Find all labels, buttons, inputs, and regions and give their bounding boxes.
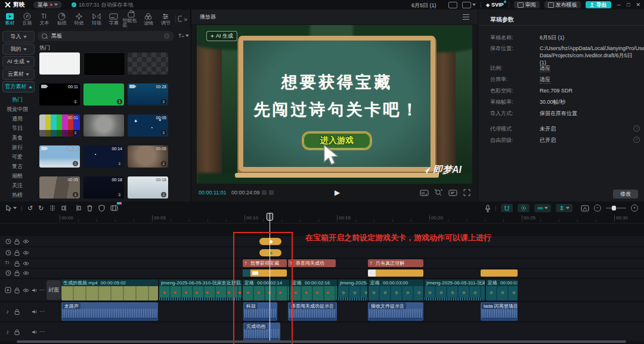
media-thumb-soft-clouds[interactable]: 00:18⇩ [128,176,168,199]
layout-single-icon[interactable] [448,2,457,8]
mute-icon[interactable] [32,309,38,315]
tab-adjust[interactable]: 调节 [157,13,174,26]
eye-icon[interactable] [23,261,29,266]
category-retro[interactable]: 复古 [0,162,35,171]
tab-captions[interactable]: 字幕 [105,13,122,26]
tab-sticker[interactable]: 贴纸 [53,13,70,26]
preview-option-icon[interactable] [262,190,267,195]
category-food[interactable]: 美食 [0,134,35,142]
effect-clip[interactable] [368,269,423,277]
record-mic-icon[interactable] [485,204,491,212]
video-clip[interactable]: jimeng-2025-06-05-311-玩家走进屋 [425,280,485,300]
media-thumb-black-card[interactable] [83,52,125,76]
tab-smart-pack[interactable]: 智能包装 [122,10,140,28]
download-icon[interactable]: ⇩ [161,99,166,104]
main-track-magnet-toggle[interactable] [501,204,513,212]
media-thumb-portrait[interactable] [83,114,124,137]
category-trendy[interactable]: 潮酷 [0,172,35,180]
export-button[interactable]: 导出 [586,1,611,8]
download-icon[interactable]: ⇩ [117,192,122,197]
tab-effects[interactable]: 特效 [70,13,88,26]
playhead-handle[interactable] [267,213,273,221]
split-icon[interactable] [49,204,56,212]
audio-clip[interactable]: tada 闪亮登场音效 [481,302,518,321]
layout-select-button[interactable] [462,2,476,8]
video-clip-freeze[interactable]: 定格00:00:03:00 [369,280,423,300]
media-thumb-night-blue[interactable]: 00:14⇩ [83,145,124,168]
category-hot[interactable]: 热门 [0,95,35,104]
text-clip[interactable]: 只有真正理解 [368,259,423,267]
tab-text[interactable]: TI 文本 [36,13,53,26]
media-thumb-man-face[interactable]: 00:05⇩ [128,145,168,168]
media-thumb-diamond-tunnel[interactable]: 00:11⇩ [39,83,80,106]
linkage-toggle[interactable] [534,204,551,212]
lock-icon[interactable] [14,309,20,315]
player-menu-icon[interactable] [463,14,469,20]
nav-official-material-button[interactable]: 官方素材 [2,81,35,92]
more-icon[interactable]: ⋯ [39,328,45,334]
video-preview[interactable]: 想要获得宝藏 先闯过诗句关卡吧！ 进入游戏 AI 生成 即梦AI [197,25,472,184]
media-thumb-green-screen[interactable]: ⇩ [83,83,124,106]
auto-snap-toggle[interactable] [518,204,530,212]
split-delete-right-icon[interactable] [74,204,81,212]
download-icon[interactable]: ⇩ [117,99,122,104]
fullscreen-icon[interactable] [463,189,470,196]
timeline-ruler[interactable]: 00:00 00:05 00:10 00:15 00:20 00:25 00:3… [0,213,644,224]
freeze-frame-button[interactable] [110,204,118,212]
preview-option-icon[interactable] [269,190,274,195]
slider-knob[interactable] [612,206,616,210]
download-icon[interactable]: ⇩ [161,192,166,197]
category-cute[interactable]: 可爱 [0,153,35,161]
more-icon[interactable]: ⋯ [39,287,45,293]
mask-icon[interactable] [98,204,105,212]
download-icon[interactable]: ⇩ [73,99,78,104]
media-thumb-blue-particles[interactable]: 00:05⇩ [128,114,168,137]
lock-icon[interactable] [14,329,20,335]
select-tool-button[interactable] [5,204,17,212]
delete-icon[interactable] [86,204,93,212]
audio-clip[interactable]: 恭喜闯关成功提示音 [288,302,337,321]
cover-button[interactable]: 封面 [47,280,61,300]
menu-button[interactable]: 菜单 [33,1,62,8]
param-value[interactable]: 适应 [540,64,640,72]
expand-tabs-button[interactable]: » [184,16,187,23]
mute-icon[interactable] [32,287,38,293]
adapt-zoom-icon[interactable] [435,189,442,197]
tab-transitions[interactable]: 转场 [88,13,105,26]
redo-button[interactable]: ↻ [38,204,44,212]
media-thumb-two-men[interactable]: 00:05⇩ [39,176,80,199]
search-box[interactable]: ✕ [37,31,174,41]
zoom-in-button[interactable]: + [631,204,638,212]
eye-icon[interactable] [23,271,29,275]
video-clip[interactable]: jimeng-2025-06-0 [338,280,367,300]
category-general[interactable]: 通用 [0,114,35,123]
split-delete-left-icon[interactable] [61,204,69,212]
help-icon[interactable]: ? [633,125,640,132]
tab-material[interactable]: 素材 [1,13,18,26]
video-clip[interactable]: jimeng-2025-06-05-310-玩家走近蘑菇屋，蘑菇屋的门 [159,280,242,300]
undo-button[interactable]: ↺ [27,204,33,212]
media-thumb-color-bars[interactable]: 00:01⇩ [39,114,80,137]
timeline-view-icon[interactable] [581,205,589,212]
lock-icon[interactable] [14,287,20,293]
mute-icon[interactable] [32,329,38,335]
text-clip[interactable]: 恭喜闯关成功 [288,259,336,267]
category-festival[interactable]: 节日 [0,124,35,132]
download-icon[interactable]: ⇩ [117,161,122,166]
audio-clip[interactable]: 走路声 [61,302,158,321]
category-ranking[interactable]: 热榜 [0,191,35,199]
svip-button[interactable]: ◆SVIP [486,2,504,8]
media-thumb-ocean-bubbles[interactable]: 00:28⇩ [128,83,168,106]
filter-button[interactable]: T₌ [178,33,189,39]
lock-icon[interactable] [14,250,20,256]
video-clip-freeze[interactable]: 定格00:00:01:25 [486,280,518,300]
download-icon[interactable]: ⇩ [73,130,78,135]
zoom-out-button[interactable]: − [594,204,601,212]
category-following[interactable]: 关注 [0,181,35,190]
nav-mine-button[interactable]: 我的 [2,44,35,55]
ratio-icon[interactable] [420,190,429,196]
tab-audio[interactable]: 音频 [18,13,36,26]
eye-icon[interactable] [23,288,29,293]
param-value[interactable]: 适应 [540,76,640,83]
lock-icon[interactable] [14,238,20,244]
